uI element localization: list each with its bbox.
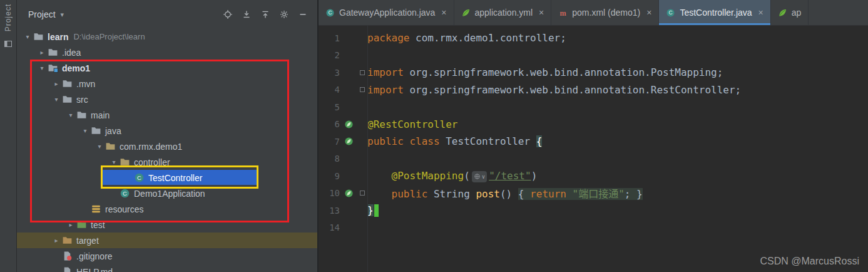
editor-tab-pom-xml-demo1[interactable]: pom.xml (demo1)× <box>551 0 659 25</box>
chevron-expanded-icon[interactable]: ▾ <box>79 127 91 134</box>
code-line: 3import org.springframework.web.bind.ann… <box>319 64 868 81</box>
code-token: ( <box>464 170 470 182</box>
tree-item-java[interactable]: ▾java <box>17 123 317 139</box>
folder-icon <box>33 31 44 42</box>
editor-tab-ap[interactable]: ap <box>771 0 809 25</box>
class-icon <box>666 8 675 18</box>
chevron-collapsed-icon[interactable]: ▸ <box>51 80 62 87</box>
tree-item-testcontroller[interactable]: TestController <box>17 170 317 186</box>
code-token: public class <box>367 135 446 147</box>
code-line-text[interactable]: public class TestController { <box>367 135 542 147</box>
chevron-expanded-icon[interactable]: ▾ <box>22 33 33 40</box>
hide-panel-icon-glyph <box>298 9 308 19</box>
code-token: { <box>536 135 543 147</box>
line-number: 5 <box>319 102 340 112</box>
code-token: "/test" <box>489 170 531 182</box>
chevron-collapsed-icon[interactable]: ▸ <box>65 221 76 228</box>
expand-all-icon[interactable] <box>237 6 256 23</box>
package-icon <box>105 141 116 152</box>
code-line-text[interactable]: package com.rmx.demo1.controller; <box>367 32 566 44</box>
tree-item-label: test <box>91 220 105 230</box>
package-icon <box>120 157 130 167</box>
line-number: 9 <box>319 171 340 181</box>
tree-item-src[interactable]: ▾src <box>17 92 317 107</box>
line-number: 13 <box>319 206 340 216</box>
chevron-down-icon[interactable]: ▾ <box>61 11 64 19</box>
spring-bean-icon[interactable] <box>344 189 354 198</box>
chevron-collapsed-icon[interactable]: ▸ <box>51 237 62 244</box>
editor-tab-testcontroller-java[interactable]: TestController.java× <box>659 0 770 25</box>
code-line-text[interactable]: public String post() { return "端口接通"; } <box>367 186 643 201</box>
tree-item-resources[interactable]: resources <box>17 201 317 217</box>
hide-panel-icon[interactable] <box>294 6 312 23</box>
tree-item-demo1application[interactable]: Demo1Application <box>17 186 317 201</box>
settings-icon[interactable] <box>275 6 294 23</box>
watermark-text: CSDN @MarcusRossi <box>760 256 859 267</box>
tab-close-icon[interactable]: × <box>539 8 544 18</box>
fold-column <box>357 87 367 92</box>
tab-close-icon[interactable]: × <box>758 8 763 18</box>
code-line-text[interactable]: import org.springframework.web.bind.anno… <box>367 84 741 96</box>
code-line: 7public class TestController { <box>319 133 868 150</box>
chevron-expanded-icon[interactable]: ▾ <box>36 65 48 71</box>
editor-tab-application-yml[interactable]: application.yml× <box>454 0 552 25</box>
chevron-expanded-icon[interactable]: ▾ <box>108 159 120 165</box>
tree-item-target[interactable]: ▸target <box>17 233 317 248</box>
tab-label: pom.xml (demo1) <box>572 8 640 18</box>
code-line: 9 @PostMapping(∨"/test") <box>319 167 868 185</box>
tree-item-label: learn <box>48 32 68 42</box>
globe-icon <box>474 173 481 180</box>
tool-strip-project-button[interactable]: Project <box>4 4 13 31</box>
project-panel-title[interactable]: Project <box>28 9 56 19</box>
code-line: 5 <box>319 98 868 116</box>
code-token: } <box>367 204 374 216</box>
chevron-expanded-icon[interactable]: ▾ <box>65 112 76 118</box>
code-line: 1package com.rmx.demo1.controller; <box>319 29 868 47</box>
code-line-text[interactable]: import org.springframework.web.bind.anno… <box>367 66 723 78</box>
fold-marker-icon[interactable] <box>360 191 365 196</box>
tree-item-test[interactable]: ▸test <box>17 217 317 233</box>
tree-item-controller[interactable]: ▾controller <box>17 154 317 170</box>
tree-item-gitignore[interactable]: .gitignore <box>17 248 317 264</box>
chevron-collapsed-icon[interactable]: ▸ <box>36 49 48 56</box>
line-number: 3 <box>319 68 340 78</box>
tree-item-mvn[interactable]: ▸.mvn <box>17 76 317 92</box>
folder-module-icon <box>48 63 58 73</box>
tree-item-idea[interactable]: ▸.idea <box>17 44 317 60</box>
code-line: 8 <box>319 150 868 168</box>
inlay-chevron-icon: ∨ <box>482 174 485 180</box>
tree-item-help-md[interactable]: HELP.md <box>17 264 317 272</box>
code-editor[interactable]: 1package com.rmx.demo1.controller;23impo… <box>319 26 868 272</box>
project-panel-header: Project ▾ <box>17 0 317 29</box>
gutter-icon-column <box>340 137 357 146</box>
tree-item-main[interactable]: ▾main <box>17 107 317 123</box>
line-number: 4 <box>319 85 340 95</box>
chevron-expanded-icon[interactable]: ▾ <box>94 143 105 150</box>
locate-icon[interactable] <box>218 6 237 23</box>
code-line: 13} <box>319 202 868 219</box>
tree-item-demo1[interactable]: ▾demo1 <box>17 60 317 76</box>
url-inlay[interactable]: ∨ <box>472 171 487 182</box>
tree-item-label: .gitignore <box>76 251 113 261</box>
tab-label: application.yml <box>475 8 533 18</box>
class-icon <box>134 172 145 183</box>
code-line-text[interactable]: } <box>367 204 379 217</box>
tab-close-icon[interactable]: × <box>441 8 446 18</box>
editor-tab-gatewayapplication-java[interactable]: GatewayApplication.java× <box>319 0 454 25</box>
spring-bean-icon[interactable] <box>344 120 354 129</box>
fold-marker-icon[interactable] <box>360 70 365 75</box>
tab-close-icon[interactable]: × <box>646 8 651 18</box>
locate-icon-glyph <box>223 9 233 19</box>
line-number: 8 <box>319 154 340 164</box>
tree-item-com-rmx-demo1[interactable]: ▾com.rmx.demo1 <box>17 139 317 154</box>
tree-item-learn[interactable]: ▾learnD:\ideaProject\learn <box>17 29 317 44</box>
spring-bean-icon[interactable] <box>344 137 354 146</box>
fold-marker-icon[interactable] <box>360 87 365 92</box>
code-line-text[interactable]: @RestController <box>367 118 458 130</box>
tree-item-label: .mvn <box>76 79 95 89</box>
code-line-text[interactable]: @PostMapping(∨"/test") <box>367 170 537 182</box>
file-md-icon <box>62 266 73 272</box>
tree-item-label: main <box>91 110 110 120</box>
chevron-expanded-icon[interactable]: ▾ <box>51 96 62 103</box>
collapse-all-icon[interactable] <box>256 6 275 23</box>
